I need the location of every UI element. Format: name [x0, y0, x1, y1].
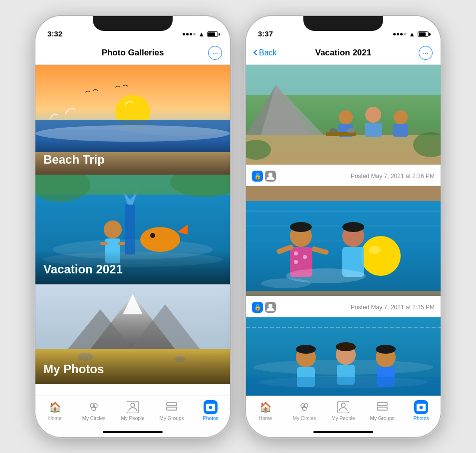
photos-icon-left [204, 400, 218, 414]
svg-rect-31 [167, 407, 177, 410]
tab-label-photos-right: Photos [413, 416, 429, 421]
svg-rect-93 [377, 407, 387, 410]
nav-bar-left: Photo Galleries ··· [35, 41, 230, 65]
notch [93, 16, 173, 31]
myphotos-label: My Photos [35, 350, 230, 384]
svg-rect-70 [246, 291, 441, 296]
home-icon-left: 🏠 [48, 400, 62, 414]
svg-rect-30 [167, 403, 177, 406]
svg-point-62 [294, 260, 298, 264]
svg-point-49 [268, 173, 272, 177]
tab-mygroups-left[interactable]: My Groups [152, 400, 191, 421]
svg-point-90 [341, 403, 345, 407]
tab-home-left[interactable]: 🏠 Home [35, 400, 74, 421]
svg-rect-7 [125, 205, 135, 254]
person-icon-1 [265, 171, 276, 182]
mygroups-icon-right [375, 400, 389, 414]
svg-rect-85 [246, 377, 441, 396]
tab-label-mycircles-left: My Circles [82, 416, 106, 421]
nav-bar-right: Back Vacation 2021 ··· [246, 41, 441, 65]
mypeople-icon-left [126, 400, 140, 414]
wifi-icon: ▲ [198, 30, 205, 38]
svg-point-42 [394, 110, 408, 124]
svg-point-10 [104, 221, 122, 238]
nav-title-right: Vacation 2021 [315, 48, 371, 58]
svg-point-80 [336, 342, 356, 351]
svg-point-8 [140, 227, 180, 252]
tab-mypeople-right[interactable]: My People [324, 400, 363, 421]
tab-home-right[interactable]: 🏠 Home [246, 400, 285, 421]
svg-point-69 [261, 278, 311, 288]
nav-title-left: Photo Galleries [102, 48, 164, 58]
tab-label-mygroups-right: My Groups [370, 416, 395, 421]
tab-photos-left[interactable]: Photos [191, 400, 230, 421]
photo-3-image [246, 317, 441, 396]
svg-point-32 [210, 407, 212, 409]
svg-rect-35 [246, 135, 441, 165]
gallery-item-vacation[interactable]: Vacation 2021 [35, 175, 230, 284]
photos-icon-right [414, 400, 428, 414]
svg-rect-43 [393, 124, 408, 137]
svg-rect-13 [118, 242, 125, 245]
svg-point-61 [303, 255, 307, 259]
photo-list: 🔒 Posted May 7, 2021 at 2:36 PM [246, 65, 441, 396]
svg-rect-92 [377, 403, 387, 406]
svg-point-58 [290, 222, 312, 232]
svg-point-45 [329, 128, 337, 133]
tab-mygroups-right[interactable]: My Groups [363, 400, 402, 421]
svg-rect-41 [365, 123, 382, 137]
status-icons-right: ▲ [393, 30, 429, 38]
chevron-left-icon [253, 49, 259, 55]
tab-mycircles-left[interactable]: My Circles [74, 400, 113, 421]
tab-photos-right[interactable]: Photos [402, 400, 441, 421]
svg-rect-51 [246, 186, 441, 201]
svg-point-56 [369, 246, 381, 254]
meta-icons-2: 🔒 [252, 302, 276, 313]
mycircles-icon-right [297, 400, 311, 414]
meta-icons-1: 🔒 [252, 171, 276, 182]
home-icon-right: 🏠 [258, 400, 272, 414]
svg-rect-12 [100, 242, 108, 245]
gallery-list: Beach Trip [35, 65, 230, 396]
mygroups-icon-left [165, 400, 179, 414]
shield-icon-1: 🔒 [252, 171, 263, 182]
tab-label-mypeople-left: My People [121, 416, 144, 421]
tab-mycircles-right[interactable]: My Circles [285, 400, 324, 421]
photo-1-image [246, 65, 441, 167]
signal-icon [183, 33, 196, 35]
svg-point-66 [342, 222, 364, 232]
photo-item-3[interactable] [246, 317, 441, 396]
svg-point-55 [361, 236, 401, 276]
shield-icon-2: 🔒 [252, 302, 263, 313]
wifi-icon-right: ▲ [409, 30, 415, 38]
back-button[interactable]: Back [254, 48, 277, 57]
back-label: Back [259, 48, 277, 57]
photo-item-1[interactable]: 🔒 Posted May 7, 2021 at 2:36 PM [246, 65, 441, 186]
home-indicator-right [313, 431, 373, 433]
mycircles-icon-left [87, 400, 101, 414]
signal-icon-right [393, 33, 406, 35]
more-button-left[interactable]: ··· [208, 46, 222, 60]
status-time-right: 3:37 [258, 29, 273, 38]
tab-label-home-left: Home [48, 416, 62, 421]
home-indicator-left [103, 431, 163, 433]
gallery-item-beach[interactable]: Beach Trip [35, 65, 230, 175]
tab-label-photos-left: Photos [203, 416, 218, 421]
svg-point-94 [420, 407, 422, 409]
tab-mypeople-left[interactable]: My People [113, 400, 152, 421]
right-phone: 3:37 ▲ Back Vacation 2021 ··· [246, 16, 441, 437]
battery-icon [207, 31, 218, 37]
svg-point-38 [339, 110, 353, 124]
svg-point-46 [347, 128, 355, 133]
photo-2-date: Posted May 7, 2021 at 2:35 PM [351, 304, 435, 311]
svg-point-71 [268, 304, 272, 308]
gallery-item-myphotos[interactable]: My Photos [35, 284, 230, 384]
status-time-left: 3:32 [47, 29, 62, 38]
svg-point-40 [365, 107, 381, 123]
tab-label-home-right: Home [259, 416, 272, 421]
more-button-right[interactable]: ··· [419, 46, 433, 60]
svg-point-83 [376, 345, 396, 354]
photo-item-2[interactable]: 🔒 Posted May 7, 2021 at 2:35 PM [246, 186, 441, 317]
status-icons-left: ▲ [183, 30, 218, 38]
svg-point-60 [294, 251, 298, 255]
